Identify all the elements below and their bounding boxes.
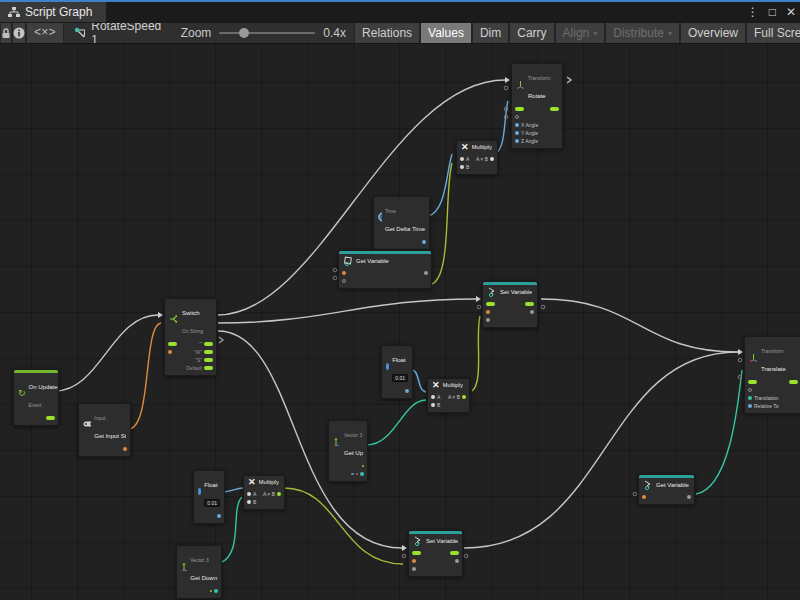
translation-port[interactable] <box>748 396 752 400</box>
flow-out-port[interactable] <box>525 302 534 306</box>
flow-in-port[interactable] <box>515 107 524 111</box>
node-get-variable-top[interactable]: Get Variable <box>338 250 432 289</box>
value-out-port[interactable] <box>405 389 409 393</box>
wire-onupdate-to-switch <box>55 315 158 391</box>
float-value-field[interactable]: 0.01 <box>204 499 220 507</box>
value-out-port[interactable] <box>687 495 691 499</box>
value-out-port[interactable] <box>422 240 426 244</box>
dim-button[interactable]: Dim <box>472 23 509 43</box>
variable-name-port[interactable] <box>412 559 416 563</box>
b-port[interactable] <box>431 403 435 407</box>
value-out-port[interactable] <box>530 310 534 314</box>
flow-out-port[interactable] <box>550 107 559 111</box>
a-port[interactable] <box>247 492 251 496</box>
node-translate[interactable]: Transform Translate Translation Relative… <box>744 336 800 414</box>
relations-button[interactable]: Relations <box>354 23 420 43</box>
wire-setvarbottom-to-translate <box>464 352 738 548</box>
flow-in-port[interactable] <box>748 380 757 384</box>
flow-in-port[interactable] <box>412 551 421 555</box>
default-port[interactable] <box>204 366 213 370</box>
result-port[interactable] <box>490 157 494 161</box>
value-in-port[interactable] <box>412 567 416 571</box>
a-port[interactable] <box>431 395 435 399</box>
maximize-icon[interactable]: □ <box>769 5 776 19</box>
edit-source-button[interactable]: <×> <box>26 23 64 43</box>
flow-arrow <box>505 77 510 83</box>
b-port[interactable] <box>460 165 464 169</box>
case-s-port[interactable] <box>204 358 213 362</box>
value-in-port[interactable] <box>486 318 490 322</box>
value-out-port[interactable] <box>455 559 459 563</box>
ghost-port <box>477 305 481 309</box>
value-out-port[interactable] <box>214 589 218 593</box>
close-icon[interactable]: ✕ <box>786 5 796 19</box>
values-button[interactable]: Values <box>420 23 472 43</box>
variable-name-port[interactable] <box>342 271 346 275</box>
case-empty-port[interactable] <box>204 342 213 346</box>
flow-in-port[interactable] <box>486 302 495 306</box>
tab-bar: Script Graph ⋮ □ ✕ <box>0 2 800 22</box>
x-angle-port[interactable] <box>515 123 519 127</box>
node-get-variable-br[interactable]: Get Variable <box>638 474 695 505</box>
multiply-icon: ✕ <box>461 143 469 152</box>
target-port[interactable] <box>515 115 519 119</box>
b-port[interactable] <box>247 500 251 504</box>
node-multiply-mid[interactable]: ✕ Multiply A A × B B <box>427 378 470 413</box>
overview-button[interactable]: Overview <box>680 23 746 43</box>
graph-canvas[interactable]: Transform Rotate X Angle Y Angle Z Angle… <box>0 44 800 600</box>
flow-in-port[interactable] <box>168 342 177 346</box>
align-button[interactable]: Align▾ <box>555 23 606 43</box>
target-port[interactable] <box>748 388 752 392</box>
node-float-bottom[interactable]: Float 0.01 <box>193 470 225 524</box>
node-rotate[interactable]: Transform Rotate X Angle Y Angle Z Angle <box>511 63 563 149</box>
float-value-field[interactable]: 0.01 <box>392 374 408 382</box>
flow-out-port[interactable] <box>46 416 55 420</box>
full-screen-button[interactable]: Full Screen <box>746 23 800 43</box>
node-set-variable-bottom[interactable]: Set Variable <box>408 530 463 577</box>
zoom-slider-handle[interactable] <box>239 28 249 38</box>
distribute-button[interactable]: Distribute▾ <box>605 23 680 43</box>
result-port[interactable] <box>462 395 466 399</box>
window-menu-icon[interactable]: ⋮ <box>747 5 759 19</box>
zoom-slider[interactable] <box>219 32 315 34</box>
node-float-mid[interactable]: Float 0.01 <box>381 345 413 399</box>
node-multiply-bottom[interactable]: ✕ Multiply A A × B B <box>243 475 285 510</box>
variable-name-port[interactable] <box>642 495 646 499</box>
selector-port[interactable] <box>168 350 172 354</box>
z-angle-port[interactable] <box>515 139 519 143</box>
vector3-icon <box>333 437 341 446</box>
object-port[interactable] <box>342 279 346 283</box>
relative-to-port[interactable] <box>748 404 752 408</box>
info-button[interactable] <box>12 23 26 43</box>
node-get-up[interactable]: Vector 3 Get Up <box>328 420 368 482</box>
lock-button[interactable] <box>0 23 12 43</box>
node-switch-on-string[interactable]: Switch On String "" "W" "S" Default <box>164 298 217 376</box>
vector-widget <box>210 590 213 593</box>
graph-name-breadcrumb[interactable]: RotateSpeed 1 <box>64 23 173 43</box>
case-w-port[interactable] <box>204 350 213 354</box>
a-port[interactable] <box>460 157 464 161</box>
flow-out-port[interactable] <box>789 380 798 384</box>
variable-name-port[interactable] <box>486 310 490 314</box>
node-get-delta-time[interactable]: Time Get Delta Time <box>373 196 430 250</box>
value-out-port[interactable] <box>217 514 221 518</box>
node-multiply-top[interactable]: ✕ Multiply A A × B B <box>456 140 498 175</box>
flow-out-port[interactable] <box>450 551 459 555</box>
script-graph-asset-icon <box>74 27 86 39</box>
node-get-input-string[interactable]: Input Get Input String <box>78 403 131 457</box>
zoom-label: Zoom <box>181 26 212 40</box>
carry-button[interactable]: Carry <box>509 23 554 43</box>
y-angle-port[interactable] <box>515 131 519 135</box>
value-out-port[interactable] <box>424 271 428 275</box>
wire-floatbottom-to-multiply <box>223 488 243 492</box>
wire-multiplybottom-to-setvar <box>284 488 403 564</box>
value-out-port[interactable] <box>360 472 364 476</box>
result-port[interactable] <box>277 492 281 496</box>
node-set-variable-mid[interactable]: Set Variable <box>482 281 538 328</box>
wire-switch-to-setvar-bottom <box>218 331 402 548</box>
node-get-down[interactable]: Vector 3 Get Down <box>176 545 222 599</box>
node-on-update[interactable]: ↻ On Update Event <box>13 369 59 426</box>
tab-script-graph[interactable]: Script Graph <box>0 2 106 22</box>
get-variable-icon <box>643 480 653 490</box>
value-out-port[interactable] <box>123 447 127 451</box>
